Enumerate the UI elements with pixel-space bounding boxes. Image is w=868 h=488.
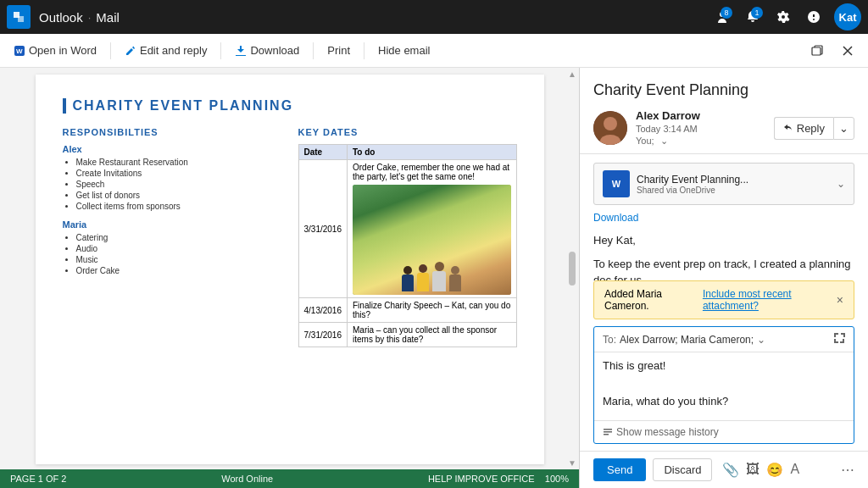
svg-rect-9 [604,429,612,430]
reply-to-row: To: Alex Darrow; Maria Cameron; ⌄ [594,327,854,352]
doc-columns: RESPONSIBILTIES Alex Make Restaurant Res… [63,127,517,347]
to-value: Alex Darrow; Maria Cameron; [620,334,754,346]
reply-label: Reply [797,122,825,135]
scroll-down-arrow[interactable]: ▼ [568,458,576,468]
page-indicator: PAGE 1 OF 2 [10,474,66,484]
people-badge: 8 [721,7,732,19]
attachment-name: Charity Event Planning... [637,174,837,186]
close-button[interactable] [834,37,861,64]
discard-button[interactable]: Discard [653,458,712,481]
key-dates-header: KEY DATES [298,127,517,137]
office-logo [7,5,31,29]
user-initials: Kat [839,11,857,24]
people-button[interactable]: 8 [709,3,736,30]
email-body: W Charity Event Planning... Shared via O… [580,154,868,280]
send-button[interactable]: Send [593,458,646,481]
attachment-sub: Shared via OneDrive [637,186,837,195]
format-icon[interactable]: A [790,462,799,478]
print-button[interactable]: Print [320,41,357,60]
more-options-button[interactable]: ⋯ [841,462,854,478]
attachment-chevron[interactable]: ⌄ [837,178,845,190]
responsibilities-header: RESPONSIBILTIES [63,127,281,137]
email-sender-row: Alex Darrow Today 3:14 AM You; ⌄ Reply ⌄ [593,109,854,147]
list-item: Make Restaurant Reservation [76,158,281,167]
alex-label: Alex [63,144,281,154]
scroll-thumb[interactable] [569,252,576,286]
toolbar-divider-1 [110,42,111,59]
download-link[interactable]: Download [593,212,854,224]
party-image [353,185,511,295]
show-history-button[interactable]: Show message history [594,420,854,443]
alex-list: Make Restaurant Reservation Create Invit… [76,158,281,211]
list-item: Catering [76,233,281,242]
word-status-bar: PAGE 1 OF 2 Word Online HELP IMPROVE OFF… [0,469,579,488]
user-avatar[interactable]: Kat [834,3,861,30]
key-dates-column: KEY DATES Date To do 3/31/2016 [298,127,517,347]
notif-link[interactable]: Include most recent attachment? [703,288,837,312]
compose-line-1: This is great! [603,359,845,372]
scroll-up-arrow[interactable]: ▲ [568,69,576,79]
word-doc-area[interactable]: ▲ ▼ CHARITY EVENT PLANNING RESPONSIBILTI… [0,68,579,469]
reply-compose: To: Alex Darrow; Maria Cameron; ⌄ This i… [593,326,854,444]
svg-rect-5 [812,47,821,55]
svg-rect-10 [604,431,612,433]
title-bar: Outlook · Mail 8 1 Kat [0,0,868,34]
word-document: CHARITY EVENT PLANNING RESPONSIBILTIES A… [36,75,544,464]
open-in-word-button[interactable]: W Open in Word [7,41,103,60]
sender-info: Alex Darrow Today 3:14 AM You; ⌄ [636,109,765,147]
edit-and-reply-label: Edit and reply [140,44,208,57]
list-item: Speech [76,180,281,189]
settings-button[interactable] [770,3,797,30]
bell-button[interactable]: 1 [739,3,766,30]
sender-to: You; ⌄ [636,136,765,147]
email-greeting: Hey Kat, [593,232,854,249]
list-item: Collect items from sponsors [76,202,281,211]
module-name: Mail [96,10,120,25]
email-subject: Charity Event Planning [593,81,854,99]
maria-list: Catering Audio Music Order Cake [76,233,281,275]
open-in-word-label: Open in Word [29,44,97,57]
table-cell-date: 3/31/2016 [298,160,348,298]
svg-rect-11 [604,434,609,435]
notif-close-button[interactable]: × [837,293,843,307]
attachment-word-icon: W [603,170,630,197]
reply-chevron[interactable]: ⌄ [833,117,854,140]
table-cell-todo: Maria – can you collect all the sponsor … [348,323,517,347]
attach-icon[interactable]: 📎 [722,462,739,478]
to-label: To: [603,334,616,346]
maria-label: Maria [63,219,281,230]
list-item: Music [76,255,281,264]
emoji-icon[interactable]: 😊 [766,462,783,478]
list-item: Create Invitations [76,169,281,178]
toolbar-divider-2 [220,42,221,59]
email-panel: Charity Event Planning Alex Darrow Today… [580,68,868,488]
table-row: 3/31/2016 Order Cake, remember the one w… [298,160,516,298]
list-item: Get list of donors [76,191,281,200]
action-icons: 📎 🖼 😊 A [722,462,799,478]
sender-time: Today 3:14 AM [636,124,765,134]
svg-text:W: W [16,47,23,55]
attachment-box[interactable]: W Charity Event Planning... Shared via O… [593,163,854,205]
help-text: HELP IMPROVE OFFICE 100% [428,474,569,484]
to-expand-icon[interactable]: ⌄ [757,334,765,346]
reply-button[interactable]: Reply [774,117,833,140]
toolbar-divider-4 [364,42,364,59]
reply-actions: Send Discard 📎 🖼 😊 A ⋯ [580,451,868,488]
restore-button[interactable] [804,37,831,64]
compose-line-2 [603,377,845,390]
notification-bar: Added Maria Cameron. Include most recent… [593,280,854,319]
image-icon[interactable]: 🖼 [746,462,760,478]
hide-email-button[interactable]: Hide email [371,41,437,60]
email-body-text: To keep the event prep on track, I creat… [593,256,854,281]
reply-expand-button[interactable] [833,332,845,347]
toolbar: W Open in Word Edit and reply Download P… [0,34,868,68]
compose-line-3: Maria, what do you think? [603,395,845,408]
help-button[interactable] [800,3,827,30]
compose-body[interactable]: This is great! Maria, what do you think? [594,352,854,420]
bell-badge: 1 [751,7,763,19]
edit-and-reply-button[interactable]: Edit and reply [118,41,214,60]
sender-avatar [593,111,627,145]
download-button[interactable]: Download [228,41,306,60]
svg-point-7 [604,117,617,130]
table-cell-date: 7/31/2016 [298,323,348,347]
